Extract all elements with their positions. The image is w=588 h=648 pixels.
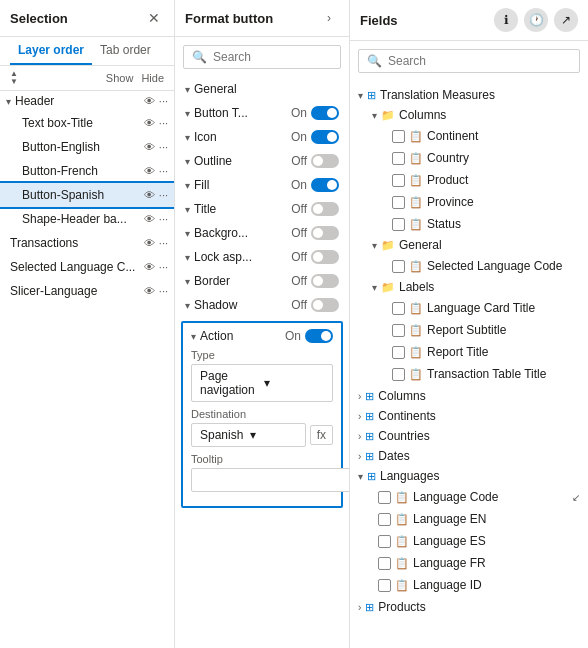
background-toggle[interactable] [311,226,339,240]
field-checkbox[interactable] [392,324,405,337]
field-checkbox[interactable] [378,513,391,526]
shadow-toggle[interactable] [311,298,339,312]
field-checkbox[interactable] [378,579,391,592]
eye-icon[interactable]: 👁 [144,237,155,249]
tree-group-products[interactable]: › ⊞ Products [350,597,588,617]
eye-icon[interactable]: 👁 [144,285,155,297]
more-icon[interactable]: ··· [159,213,168,225]
field-item-language-fr[interactable]: 📋 Language FR [350,552,588,574]
field-checkbox[interactable] [378,491,391,504]
info-button[interactable]: ℹ [494,8,518,32]
tree-group-columns[interactable]: › ⊞ Columns [350,386,588,406]
tree-group-dates[interactable]: › ⊞ Dates [350,446,588,466]
action-header[interactable]: ▾ Action On [187,327,337,345]
format-section-fill[interactable]: ▾ Fill On [175,173,349,197]
field-item-language-en[interactable]: 📋 Language EN [350,508,588,530]
format-section-outline[interactable]: ▾ Outline Off [175,149,349,173]
eye-icon[interactable]: 👁 [144,261,155,273]
more-icon[interactable]: ··· [159,165,168,177]
action-toggle[interactable] [305,329,333,343]
header-eye-icon[interactable]: 👁 [144,95,155,107]
labels-folder-header[interactable]: ▾ 📁 Labels [364,277,588,297]
field-item-report-subtitle[interactable]: 📋 Report Subtitle [364,319,588,341]
sort-down-icon[interactable]: ▼ [10,78,18,86]
more-icon[interactable]: ··· [159,117,168,129]
field-item-status[interactable]: 📋 Status [364,213,588,235]
field-checkbox[interactable] [392,218,405,231]
field-item-province[interactable]: 📋 Province [364,191,588,213]
columns-folder-header[interactable]: ▾ 📁 Columns [364,105,588,125]
languages-header[interactable]: ▾ ⊞ Languages [350,466,588,486]
layer-item-button-spanish[interactable]: Button-Spanish 👁 ··· [0,183,174,207]
field-item-language-es[interactable]: 📋 Language ES [350,530,588,552]
eye-icon[interactable]: 👁 [144,165,155,177]
tab-layer-order[interactable]: Layer order [10,37,92,65]
field-checkbox[interactable] [392,346,405,359]
outline-toggle[interactable] [311,154,339,168]
eye-icon[interactable]: 👁 [144,213,155,225]
field-item-continent[interactable]: 📋 Continent [364,125,588,147]
format-section-button-t[interactable]: ▾ Button T... On [175,101,349,125]
layer-item-transactions[interactable]: Transactions 👁 ··· [0,231,174,255]
layer-item-button-french[interactable]: Button-French 👁 ··· [0,159,174,183]
format-section-icon[interactable]: ▾ Icon On [175,125,349,149]
format-section-shadow[interactable]: ▾ Shadow Off [175,293,349,317]
layer-item-textbox-title[interactable]: Text box-Title 👁 ··· [0,111,174,135]
layer-item-slicer-language[interactable]: Slicer-Language 👁 ··· [0,279,174,303]
field-checkbox[interactable] [378,535,391,548]
layer-item-button-english[interactable]: Button-English 👁 ··· [0,135,174,159]
fill-toggle[interactable] [311,178,339,192]
more-icon[interactable]: ··· [159,141,168,153]
layer-item-shape-header[interactable]: Shape-Header ba... 👁 ··· [0,207,174,231]
fields-search-input[interactable] [388,54,571,68]
field-item-country[interactable]: 📋 Country [364,147,588,169]
icon-toggle[interactable] [311,130,339,144]
format-section-lock-asp[interactable]: ▾ Lock asp... Off [175,245,349,269]
more-icon[interactable]: ··· [159,189,168,201]
field-item-transaction-table-title[interactable]: 📋 Transaction Table Title [364,363,588,385]
button-t-toggle[interactable] [311,106,339,120]
destination-select[interactable]: Spanish ▾ [191,423,306,447]
field-checkbox[interactable] [392,174,405,187]
sort-buttons[interactable]: ▲ ▼ [10,70,18,86]
field-item-language-card-title[interactable]: 📋 Language Card Title [364,297,588,319]
format-section-general[interactable]: ▾ General [175,77,349,101]
field-checkbox[interactable] [392,260,405,273]
eye-icon[interactable]: 👁 [144,141,155,153]
more-icon[interactable]: ··· [159,237,168,249]
format-search-input[interactable] [213,50,350,64]
fields-search-box[interactable]: 🔍 [358,49,580,73]
field-item-product[interactable]: 📋 Product [364,169,588,191]
layer-item-selected-language[interactable]: Selected Language C... 👁 ··· [0,255,174,279]
history-button[interactable]: 🕐 [524,8,548,32]
header-group[interactable]: ▾ Header 👁 ··· [0,91,174,111]
field-checkbox[interactable] [378,557,391,570]
type-select[interactable]: Page navigation ▾ [191,364,333,402]
format-section-title[interactable]: ▾ Title Off [175,197,349,221]
lock-asp-toggle[interactable] [311,250,339,264]
field-item-language-id[interactable]: 📋 Language ID [350,574,588,596]
tree-group-continents[interactable]: › ⊞ Continents [350,406,588,426]
format-expand-button[interactable]: › [319,8,339,28]
field-item-report-title[interactable]: 📋 Report Title [364,341,588,363]
destination-fx-button[interactable]: fx [310,425,333,445]
more-icon[interactable]: ··· [159,261,168,273]
header-more-icon[interactable]: ··· [159,95,168,107]
eye-icon[interactable]: 👁 [144,117,155,129]
format-section-background[interactable]: ▾ Backgro... Off [175,221,349,245]
general-folder-header[interactable]: ▾ 📁 General [364,235,588,255]
title-toggle[interactable] [311,202,339,216]
tab-tab-order[interactable]: Tab order [92,37,159,65]
translation-measures-header[interactable]: ▾ ⊞ Translation Measures [350,85,588,105]
border-toggle[interactable] [311,274,339,288]
tree-group-countries[interactable]: › ⊞ Countries [350,426,588,446]
selection-close-button[interactable]: ✕ [144,8,164,28]
eye-icon[interactable]: 👁 [144,189,155,201]
format-search-box[interactable]: 🔍 [183,45,341,69]
field-checkbox[interactable] [392,152,405,165]
field-checkbox[interactable] [392,302,405,315]
export-button[interactable]: ↗ [554,8,578,32]
field-checkbox[interactable] [392,196,405,209]
more-icon[interactable]: ··· [159,285,168,297]
format-section-border[interactable]: ▾ Border Off [175,269,349,293]
